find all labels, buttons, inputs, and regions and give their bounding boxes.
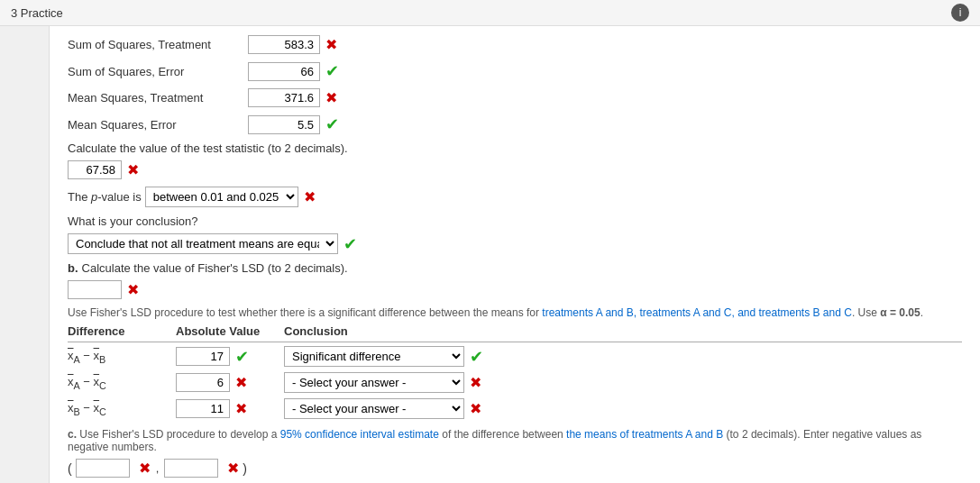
top-bar: 3 Practice i xyxy=(0,0,980,26)
col-header-difference: Difference xyxy=(68,324,176,338)
ci-open-paren: ( xyxy=(68,461,72,476)
section-b-instruction: Calculate the value of Fisher's LSD (to … xyxy=(82,261,348,275)
ci-upper-input[interactable] xyxy=(164,459,218,478)
sos-error-row: Sum of Squares, Error ✔ xyxy=(68,61,962,81)
conc-check-ab: ✔ xyxy=(470,347,483,367)
section-c-instruction: c. Use Fisher's LSD procedure to develop… xyxy=(68,428,962,453)
conclusion-select-bc[interactable]: - Select your answer - Significant diffe… xyxy=(284,398,464,419)
sos-error-input[interactable] xyxy=(248,62,320,81)
sos-error-label: Sum of Squares, Error xyxy=(68,65,248,78)
left-sidebar xyxy=(0,26,50,483)
conclusion-select-ab[interactable]: Significant difference No significant di… xyxy=(284,346,464,367)
abs-error-bc[interactable]: ✖ xyxy=(235,400,247,417)
ms-treatment-label: Mean Squares, Treatment xyxy=(68,91,248,105)
lsd-instruction: Use Fisher's LSD procedure to test wheth… xyxy=(68,306,962,319)
table-row: xA − xB ✔ Significant difference No sign… xyxy=(68,346,962,367)
abs-check-ab: ✔ xyxy=(235,347,249,367)
table-header: Difference Absolute Value Conclusion xyxy=(68,324,962,342)
conclusion-row: Conclude that not all treatment means ar… xyxy=(68,233,962,254)
ms-treatment-row: Mean Squares, Treatment ✖ xyxy=(68,88,962,107)
sos-treatment-input[interactable] xyxy=(248,35,320,54)
ci-upper-error-icon[interactable]: ✖ xyxy=(227,460,239,477)
abs-value-ac: ✖ xyxy=(176,373,284,392)
conclusion-ac: - Select your answer - Significant diffe… xyxy=(284,372,481,393)
sos-treatment-row: Sum of Squares, Treatment ✖ xyxy=(68,35,962,54)
table-row: xB − xC ✖ - Select your answer - Signifi… xyxy=(68,398,962,419)
ms-error-row: Mean Squares, Error ✔ xyxy=(68,114,962,134)
conclusion-bc: - Select your answer - Significant diffe… xyxy=(284,398,481,419)
diff-label-ab: xA − xB xyxy=(68,349,176,365)
section-b-label: b. xyxy=(68,261,78,275)
abs-error-ac[interactable]: ✖ xyxy=(235,374,247,391)
abs-value-ab: ✔ xyxy=(176,347,284,367)
info-button[interactable]: i xyxy=(951,4,969,22)
section-b: b. Calculate the value of Fisher's LSD (… xyxy=(68,261,962,299)
ms-treatment-error-icon[interactable]: ✖ xyxy=(325,89,337,106)
test-stat-input[interactable] xyxy=(68,160,122,179)
test-stat-row: ✖ xyxy=(68,160,962,179)
abs-input-ac[interactable] xyxy=(176,373,230,392)
section-c: c. Use Fisher's LSD procedure to develop… xyxy=(68,428,962,478)
lsd-table: Difference Absolute Value Conclusion xA … xyxy=(68,324,962,419)
section-b-header: b. Calculate the value of Fisher's LSD (… xyxy=(68,261,962,275)
ms-error-input[interactable] xyxy=(248,115,320,134)
ms-error-check-icon: ✔ xyxy=(325,114,339,134)
ms-error-label: Mean Squares, Error xyxy=(68,118,248,132)
content-area: Sum of Squares, Treatment ✖ Sum of Squar… xyxy=(50,26,980,483)
diff-label-ac: xA − xC xyxy=(68,375,176,391)
conclusion-question: What is your conclusion? xyxy=(68,214,962,228)
lsd-value-row: ✖ xyxy=(68,280,962,299)
ci-close-paren: ) xyxy=(243,461,247,476)
test-stat-instruction: Calculate the value of the test statisti… xyxy=(68,141,962,155)
ci-separator: , xyxy=(156,461,160,475)
sos-error-check-icon: ✔ xyxy=(325,61,339,81)
conc-error-bc[interactable]: ✖ xyxy=(470,400,481,417)
sos-treatment-error-icon[interactable]: ✖ xyxy=(325,36,337,53)
ci-inputs: ( ✖ , ✖ ) xyxy=(68,459,962,478)
abs-value-bc: ✖ xyxy=(176,399,284,418)
p-value-label: The p-value is xyxy=(68,190,142,204)
col-header-conclusion: Conclusion xyxy=(284,324,509,338)
p-value-row: The p-value is between 0.01 and 0.025 le… xyxy=(68,187,962,207)
conclusion-select[interactable]: Conclude that not all treatment means ar… xyxy=(68,233,338,254)
conc-error-ac[interactable]: ✖ xyxy=(470,374,481,391)
lsd-value-input[interactable] xyxy=(68,280,122,299)
conclusion-check-icon: ✔ xyxy=(343,234,357,254)
col-header-absolute-value: Absolute Value xyxy=(176,324,284,338)
test-stat-error-icon[interactable]: ✖ xyxy=(127,161,139,178)
diff-label-bc: xB − xC xyxy=(68,401,176,417)
lsd-value-error-icon[interactable]: ✖ xyxy=(127,281,139,298)
page-title: 3 Practice xyxy=(11,6,63,20)
ci-lower-input[interactable] xyxy=(76,459,130,478)
p-value-select[interactable]: between 0.01 and 0.025 less than 0.01 gr… xyxy=(145,187,298,207)
conclusion-ab: Significant difference No significant di… xyxy=(284,346,483,367)
abs-input-bc[interactable] xyxy=(176,399,230,418)
abs-input-ab[interactable] xyxy=(176,347,230,366)
ci-lower-error-icon[interactable]: ✖ xyxy=(139,460,151,477)
sos-treatment-label: Sum of Squares, Treatment xyxy=(68,38,248,51)
conclusion-select-ac[interactable]: - Select your answer - Significant diffe… xyxy=(284,372,464,393)
p-value-error-icon[interactable]: ✖ xyxy=(304,188,316,205)
ms-treatment-input[interactable] xyxy=(248,88,320,107)
main-container: Sum of Squares, Treatment ✖ Sum of Squar… xyxy=(0,26,980,483)
table-row: xA − xC ✖ - Select your answer - Signifi… xyxy=(68,372,962,393)
